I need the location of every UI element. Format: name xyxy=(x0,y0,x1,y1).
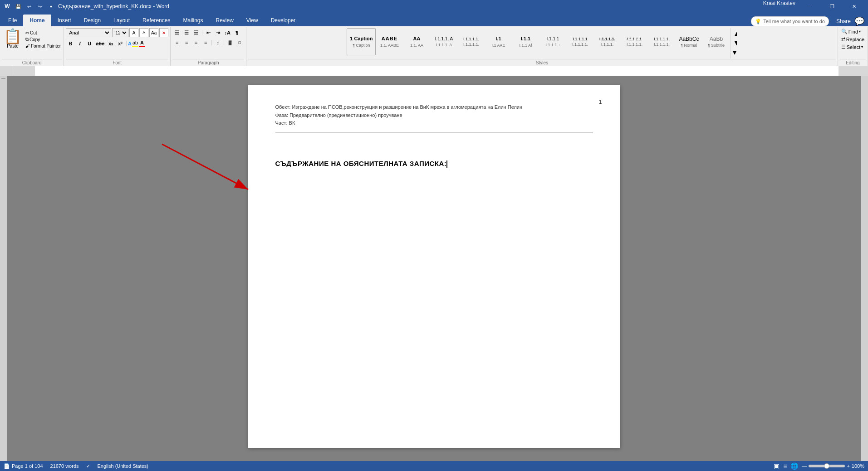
style-111[interactable]: I.1.1.1. A I.1.1.1. A xyxy=(430,28,457,55)
font-size-select[interactable]: 12 xyxy=(112,28,128,37)
i1-label: I.1 AAE xyxy=(491,43,505,48)
decrease-indent-button[interactable]: ⇤ xyxy=(204,28,213,37)
tab-design[interactable]: Design xyxy=(78,15,107,26)
style-subtitle[interactable]: AaBb ¶ Subtitle xyxy=(702,28,730,55)
tab-references[interactable]: References xyxy=(136,15,177,26)
shading-button[interactable]: ▓ xyxy=(226,38,235,47)
h1111-label: I.1.1.1.1. xyxy=(463,42,479,47)
style-i111-2[interactable]: I.1.1.1 I.1.1.1 ↓ xyxy=(539,28,566,55)
user-name: Krasi Krastev xyxy=(763,0,795,13)
paragraph-group-label: Paragraph xyxy=(172,59,244,66)
underline-button[interactable]: U xyxy=(85,39,94,48)
web-layout-btn[interactable]: 🌐 xyxy=(790,462,798,470)
tab-file[interactable]: File xyxy=(2,15,23,26)
font-color-button[interactable]: A xyxy=(139,40,145,47)
styles-scroll[interactable]: ▲ ▼ ▾ xyxy=(731,28,737,58)
find-icon: 🔍 xyxy=(841,29,848,34)
normal-label: ¶ Normal xyxy=(681,43,697,48)
comments-button[interactable]: 💬 xyxy=(854,16,864,26)
change-case-button[interactable]: Aa xyxy=(149,28,158,37)
align-left-button[interactable]: ≡ xyxy=(172,38,181,47)
borders-button[interactable]: □ xyxy=(235,38,244,47)
close-button[interactable]: ✕ xyxy=(843,0,864,13)
format-painter-button[interactable]: 🖌 Format Painter xyxy=(25,43,62,49)
italic-button[interactable]: I xyxy=(75,39,84,48)
clipboard-group-label: Clipboard xyxy=(2,59,62,66)
document-main[interactable]: 1 Обект: Изграждане на ПСОВ,реконструкци… xyxy=(7,76,861,461)
tab-mailings[interactable]: Mailings xyxy=(177,15,209,26)
redo-quick-btn[interactable]: ↪ xyxy=(35,2,44,11)
bold-button[interactable]: B xyxy=(66,39,75,48)
align-right-button[interactable]: ≡ xyxy=(191,38,201,47)
zoom-level: 100% xyxy=(852,463,864,469)
paste-button[interactable]: 📋 Paste xyxy=(2,28,24,49)
sort-button[interactable]: ↕A xyxy=(223,28,232,37)
zoom-in-btn[interactable]: + xyxy=(847,463,849,469)
cut-button[interactable]: ✂ Cut xyxy=(25,30,62,36)
align-center-button[interactable]: ≡ xyxy=(182,38,191,47)
superscript-button[interactable]: x² xyxy=(116,39,125,48)
strikethrough-button[interactable]: abc xyxy=(94,39,106,48)
select-button[interactable]: ☰ Select ▾ xyxy=(840,44,865,50)
style-i1[interactable]: I.1 I.1 AAE xyxy=(485,28,512,55)
customize-quick-btn[interactable]: ▾ xyxy=(46,2,55,11)
show-marks-button[interactable]: ¶ xyxy=(232,28,241,37)
zoom-out-btn[interactable]: — xyxy=(802,463,807,469)
find-button[interactable]: 🔍 Find ▾ xyxy=(840,28,862,35)
read-mode-btn[interactable]: ≡ xyxy=(783,462,787,470)
style-11113[interactable]: I.1.1.1.1. I.1.1.1.1. xyxy=(648,28,675,55)
section-marker[interactable]: | xyxy=(1,78,6,79)
title-bar-left: W 💾 ↩ ↪ ▾ Съдържание_with_hyperlink_KK.d… xyxy=(4,2,169,11)
tab-view[interactable]: View xyxy=(240,15,265,26)
text-effects-button[interactable]: A xyxy=(128,41,132,46)
subscript-button[interactable]: x₂ xyxy=(106,39,115,48)
line-spacing-button[interactable]: ↕ xyxy=(213,38,222,47)
clear-format-button[interactable]: ✕ xyxy=(159,28,168,37)
style-i11[interactable]: I.1.1 I.1.1 Af xyxy=(512,28,539,55)
highlight-button[interactable]: ab xyxy=(132,40,138,47)
style-11111[interactable]: I.1.1.1.1. I.1.1.1. xyxy=(593,28,621,55)
i111-2-preview: I.1.1.1 xyxy=(547,36,559,42)
paragraph-content: ☰ ☰ ☰ ⇤ ⇥ ↕A ¶ ≡ ≡ ≡ ≡ ↕ ▓ □ xyxy=(172,28,244,59)
save-quick-btn[interactable]: 💾 xyxy=(14,2,23,11)
select-label: Select xyxy=(847,44,861,50)
shrink-font-button[interactable]: A xyxy=(139,28,148,37)
style-11112[interactable]: I.1.1.1.1. I.1.1.1.1. xyxy=(621,28,648,55)
tell-me-box[interactable]: 💡 Tell me what you want to do xyxy=(751,16,829,26)
style-caption[interactable]: 1 Caption ¶ Caption xyxy=(347,28,376,55)
print-layout-btn[interactable]: ▣ xyxy=(774,462,780,470)
tab-review[interactable]: Review xyxy=(209,15,240,26)
style-i1111-2[interactable]: I.1.1.1.1 I.1.1.1.1. xyxy=(566,28,593,55)
bullets-button[interactable]: ☰ xyxy=(172,28,181,37)
undo-quick-btn[interactable]: ↩ xyxy=(25,2,34,11)
ruler-left-margin xyxy=(0,66,7,76)
increase-indent-button[interactable]: ⇥ xyxy=(213,28,222,37)
lightbulb-icon: 💡 xyxy=(755,19,761,24)
justify-button[interactable]: ≡ xyxy=(201,38,210,47)
page-count: 📄 Page 1 of 104 xyxy=(4,463,43,469)
page-container: 1 Обект: Изграждане на ПСОВ,реконструкци… xyxy=(248,85,620,452)
tab-insert[interactable]: Insert xyxy=(51,15,78,26)
tab-layout[interactable]: Layout xyxy=(107,15,136,26)
track-changes: ✓ xyxy=(86,463,90,469)
restore-button[interactable]: ❐ xyxy=(822,0,843,13)
multilevel-button[interactable]: ☰ xyxy=(191,28,201,37)
grow-font-button[interactable]: A xyxy=(129,28,138,37)
svg-line-1 xyxy=(162,144,248,189)
tab-home[interactable]: Home xyxy=(23,15,51,26)
page-content[interactable]: СЪДЪРЖАНИЕ НА ОБЯСНИТЕЛНАТА ЗАПИСКА: xyxy=(275,160,593,168)
style-normal[interactable]: AaBbCc ¶ Normal xyxy=(675,28,702,55)
copy-button[interactable]: ⧉ Copy xyxy=(25,36,62,43)
sep-2 xyxy=(202,30,202,35)
font-name-select[interactable]: Arial xyxy=(66,28,111,37)
style-1111[interactable]: I.1.1.1.1. I.1.1.1.1. xyxy=(457,28,485,55)
h1111-preview: I.1.1.1.1. xyxy=(463,37,479,42)
share-button[interactable]: Share xyxy=(836,18,851,24)
zoom-slider[interactable] xyxy=(809,465,845,467)
numbering-button[interactable]: ☰ xyxy=(182,28,191,37)
tab-developer[interactable]: Developer xyxy=(265,15,302,26)
replace-button[interactable]: ⇄ Replace xyxy=(840,36,866,43)
style-aa[interactable]: AA 1.1. AA xyxy=(403,28,430,55)
minimize-button[interactable]: — xyxy=(800,0,821,13)
style-h1[interactable]: AABE 1.1. AABE xyxy=(376,28,403,55)
